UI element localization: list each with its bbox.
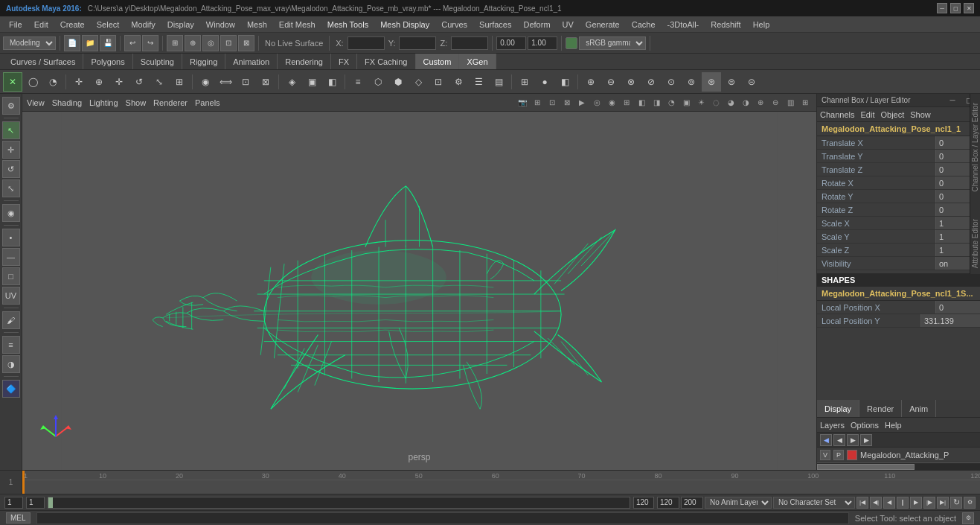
tab-polygons[interactable]: Polygons — [83, 54, 132, 69]
ipr-render-button[interactable]: ▣ — [302, 72, 321, 92]
time-slider[interactable] — [48, 497, 630, 509]
menu-help[interactable]: Help — [747, 16, 776, 32]
vp-isolate-button[interactable]: ◎ — [590, 96, 603, 109]
vp-wireframe-button[interactable]: ⊞ — [620, 96, 633, 109]
undo-button[interactable]: ↩ — [124, 35, 141, 51]
ch-menu-show[interactable]: Show — [910, 110, 931, 119]
rotate-tool-button[interactable]: ↺ — [129, 72, 149, 92]
mesh-tool6-button[interactable]: ⊚ — [682, 72, 701, 92]
status-settings-button[interactable]: ⚙ — [962, 512, 974, 524]
vp-camera-button[interactable]: 📷 — [516, 96, 529, 109]
layer-playback-button[interactable]: P — [833, 450, 844, 460]
menu-create[interactable]: Create — [54, 16, 91, 32]
vp-texture-button[interactable]: ▣ — [679, 96, 693, 109]
menu-3dtoall[interactable]: -3DtoAll- — [662, 16, 705, 32]
step-forward-button[interactable]: |▶ — [923, 497, 935, 509]
wireframe-button[interactable]: ⊞ — [515, 72, 534, 92]
display-tab[interactable]: Display — [817, 400, 859, 417]
layer-menu-layers[interactable]: Layers — [820, 421, 845, 430]
vp-shade-btn2[interactable]: ◨ — [650, 96, 663, 109]
playback-end-input[interactable] — [657, 497, 679, 509]
viewport-canvas[interactable]: persp — [22, 112, 816, 470]
vp-playblast-button[interactable]: ▶ — [575, 96, 589, 109]
redo-button[interactable]: ↪ — [142, 35, 158, 51]
select-by-hierarchy-button[interactable]: ⊞ — [167, 35, 183, 51]
select-tool-button[interactable]: ✕ — [3, 72, 22, 92]
display-smooth-button[interactable]: ◑ — [2, 355, 20, 373]
menu-uv[interactable]: UV — [557, 16, 580, 32]
mesh-tool9-button[interactable]: ⊝ — [742, 72, 761, 92]
vp-shadow-button[interactable]: ◕ — [724, 96, 737, 109]
go-to-start-button[interactable]: |◀ — [856, 497, 868, 509]
value0-input[interactable] — [496, 36, 526, 50]
menu-generate[interactable]: Generate — [580, 16, 626, 32]
z-input[interactable] — [451, 36, 488, 50]
vp-xray-button[interactable]: ◉ — [605, 96, 618, 109]
open-file-button[interactable]: 📁 — [82, 35, 98, 51]
snap-to-view-button[interactable]: ⊠ — [238, 35, 254, 51]
tab-rendering[interactable]: Rendering — [278, 54, 331, 69]
menu-surfaces[interactable]: Surfaces — [473, 16, 517, 32]
channel-box-tab-label[interactable]: Channel Box / Layer Editor — [970, 97, 980, 198]
max-frame-input[interactable] — [681, 497, 703, 509]
symmetry-button[interactable]: ⟺ — [216, 72, 235, 92]
tab-fx-caching[interactable]: FX Caching — [357, 54, 415, 69]
move-mode-button[interactable]: ✛ — [2, 141, 20, 159]
select-mode-button[interactable]: ↖ — [2, 121, 20, 139]
vp-2d-pan-button[interactable]: ⊖ — [769, 96, 782, 109]
mesh-tool3-button[interactable]: ⊗ — [621, 72, 641, 92]
value1-input[interactable] — [528, 36, 557, 50]
tab-fx[interactable]: FX — [331, 54, 357, 69]
mesh-tool8-button[interactable]: ⊜ — [722, 72, 741, 92]
attr-editor-tab-label[interactable]: Attribute Editor — [970, 213, 980, 274]
save-file-button[interactable]: 💾 — [100, 35, 116, 51]
channel-box-button[interactable]: ▤ — [489, 72, 508, 92]
frame-start-input[interactable] — [4, 497, 23, 509]
menu-curves[interactable]: Curves — [435, 16, 473, 32]
channel-scroll[interactable]: Megalodon_Attacking_Pose_ncl1_1 Translat… — [817, 122, 980, 397]
outliner-button[interactable]: ≡ — [348, 72, 368, 92]
minimize-button[interactable]: ─ — [937, 3, 947, 13]
hypershade-button[interactable]: ⬡ — [368, 72, 388, 92]
menu-mesh-tools[interactable]: Mesh Tools — [321, 16, 374, 32]
uv-editor-button[interactable]: ⬢ — [388, 72, 408, 92]
tab-curves-surfaces[interactable]: Curves / Surfaces — [3, 54, 83, 69]
snap-to-curve-button[interactable]: ◎ — [202, 35, 219, 51]
layer-scrollbar-thumb[interactable] — [817, 464, 915, 470]
layer-color-swatch[interactable] — [847, 450, 857, 460]
anim-layer-select[interactable]: No Anim Layer — [705, 497, 772, 509]
move-tool-button[interactable]: ✛ — [109, 72, 129, 92]
menu-edit-mesh[interactable]: Edit Mesh — [273, 16, 321, 32]
attr-editor-button[interactable]: ⚙ — [449, 72, 468, 92]
close-button[interactable]: ✕ — [964, 3, 974, 13]
menu-select[interactable]: Select — [91, 16, 126, 32]
soft-mod-button[interactable]: ◉ — [2, 204, 20, 222]
mel-python-toggle[interactable]: MEL — [6, 512, 31, 524]
render-tab[interactable]: Render — [859, 400, 902, 417]
mesh-tool2-button[interactable]: ⊖ — [601, 72, 621, 92]
menu-cache[interactable]: Cache — [626, 16, 662, 32]
paint-select-button[interactable]: ◔ — [43, 72, 63, 92]
scale-tool-button[interactable]: ⤡ — [150, 72, 169, 92]
scale-mode-button[interactable]: ⤡ — [2, 179, 20, 197]
menu-display[interactable]: Display — [161, 16, 200, 32]
menu-mesh[interactable]: Mesh — [241, 16, 273, 32]
mesh-tool5-button[interactable]: ⊙ — [662, 72, 681, 92]
flat-shade-button[interactable]: ◧ — [555, 72, 574, 92]
step-back-button[interactable]: ◀| — [870, 497, 882, 509]
settings-button[interactable]: ⚙ — [2, 97, 20, 115]
snap-live-button[interactable]: ⊡ — [236, 72, 255, 92]
layer-create-button[interactable]: ◀ — [820, 434, 832, 446]
edge-mode-button[interactable]: — — [2, 248, 20, 266]
vp-grid-button[interactable]: ⊞ — [798, 96, 812, 109]
layer-visibility-button[interactable]: V — [820, 450, 830, 460]
tab-animation[interactable]: Animation — [225, 54, 278, 69]
vertex-mode-button[interactable]: • — [2, 229, 20, 246]
frame-end-input[interactable] — [633, 497, 654, 509]
anim-tab[interactable]: Anim — [902, 400, 936, 417]
cb-minimize-button[interactable]: ─ — [946, 94, 959, 107]
go-to-end-button[interactable]: ▶| — [937, 497, 949, 509]
tab-rigging[interactable]: Rigging — [182, 54, 225, 69]
vp-gate-button[interactable]: ⊡ — [545, 96, 559, 109]
attribute-editor-side-tab[interactable]: Channel Box / Layer Editor Attribute Edi… — [970, 94, 980, 274]
